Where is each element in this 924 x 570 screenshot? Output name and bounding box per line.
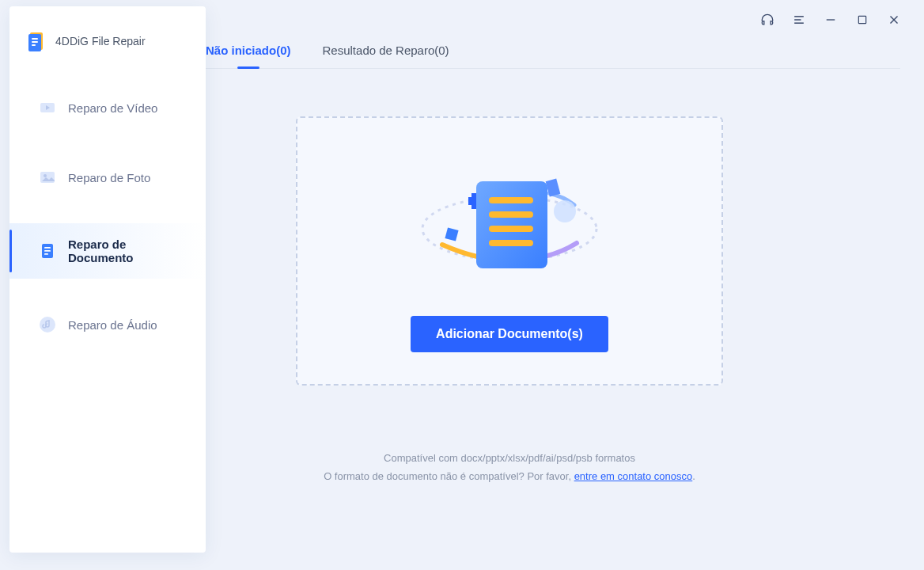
- svg-rect-22: [445, 227, 458, 241]
- svg-rect-28: [489, 226, 533, 232]
- tab-not-started[interactable]: Não iniciado(0): [206, 44, 291, 68]
- menu-icon[interactable]: [791, 12, 807, 28]
- footer-line-1: Compatível com docx/pptx/xlsx/pdf/ai/psd…: [119, 449, 900, 467]
- dropzone[interactable]: Adicionar Documento(s): [296, 116, 723, 386]
- sidebar: 4DDiG File Repair Reparo de Vídeo Reparo…: [9, 6, 206, 553]
- svg-rect-18: [44, 250, 51, 252]
- minimize-icon[interactable]: [823, 12, 839, 28]
- sidebar-item-label: Reparo de Vídeo: [68, 101, 157, 115]
- svg-rect-9: [32, 38, 38, 40]
- svg-rect-25: [476, 181, 547, 268]
- sidebar-item-video[interactable]: Reparo de Vídeo: [9, 84, 206, 131]
- contact-link[interactable]: entre em contato conosco: [574, 470, 693, 482]
- sidebar-item-label: Reparo de Documento: [68, 238, 190, 264]
- svg-point-15: [44, 174, 47, 177]
- maximize-icon[interactable]: [854, 12, 870, 28]
- headset-icon[interactable]: [759, 12, 775, 28]
- add-document-button[interactable]: Adicionar Documento(s): [411, 316, 608, 352]
- svg-rect-29: [489, 240, 533, 246]
- sidebar-item-audio[interactable]: Reparo de Áudio: [9, 301, 206, 348]
- svg-rect-11: [32, 44, 36, 46]
- tabs: Não iniciado(0) Resultado de Reparo(0): [119, 44, 900, 69]
- document-icon: [38, 241, 57, 260]
- svg-point-20: [40, 317, 55, 332]
- app-logo-icon: [25, 30, 47, 52]
- sidebar-header: 4DDiG File Repair: [9, 6, 206, 84]
- sidebar-item-photo[interactable]: Reparo de Foto: [9, 154, 206, 201]
- svg-point-24: [554, 200, 576, 222]
- close-icon[interactable]: [886, 12, 902, 28]
- footer-line-2: O formato de documento não é compatível?…: [119, 467, 900, 485]
- svg-rect-19: [44, 253, 48, 255]
- footer-text: Compatível com docx/pptx/xlsx/pdf/ai/psd…: [119, 449, 900, 486]
- svg-rect-17: [44, 247, 51, 249]
- sidebar-item-label: Reparo de Áudio: [68, 318, 157, 332]
- svg-rect-4: [858, 16, 865, 23]
- titlebar: [759, 0, 924, 40]
- svg-rect-10: [32, 41, 38, 43]
- video-icon: [38, 98, 57, 117]
- main-content: Não iniciado(0) Resultado de Reparo(0): [119, 44, 900, 554]
- sidebar-item-document[interactable]: Reparo de Documento: [9, 223, 206, 279]
- audio-icon: [38, 315, 57, 334]
- tab-repair-result[interactable]: Resultado de Reparo(0): [323, 44, 449, 68]
- sidebar-item-label: Reparo de Foto: [68, 171, 150, 184]
- svg-rect-27: [489, 211, 533, 218]
- app-title: 4DDiG File Repair: [55, 35, 146, 48]
- svg-rect-26: [489, 197, 533, 203]
- photo-icon: [38, 168, 57, 187]
- document-illustration: [407, 150, 612, 292]
